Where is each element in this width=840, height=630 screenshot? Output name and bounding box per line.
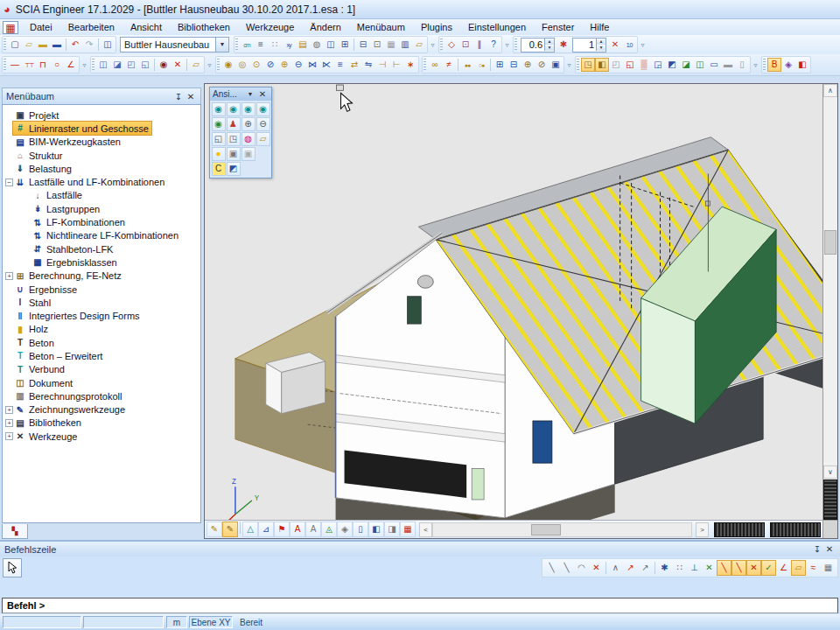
cut-red-icon[interactable]: ✕ [608, 38, 622, 52]
render-bw-icon[interactable]: B [767, 58, 781, 72]
snap-arc-center-icon[interactable]: ◠ [574, 560, 589, 576]
menu-werkzeuge[interactable]: Werkzeuge [238, 20, 302, 34]
dimension-style-a-icon[interactable]: A [290, 522, 305, 537]
view-front-icon[interactable]: ◉ [227, 102, 241, 116]
snap-midpoint-icon[interactable]: ╲ [559, 560, 574, 576]
intersect-icon[interactable]: ∗ [403, 58, 417, 72]
tree-expander[interactable] [5, 138, 13, 146]
close-viewport-icon[interactable]: ◫ [101, 38, 115, 52]
spinner-down-icon[interactable]: ▼ [597, 45, 606, 51]
precision-icon[interactable]: 1.0 [622, 38, 636, 52]
toolbar-overflow-icon[interactable]: ▿ [80, 61, 88, 69]
mirror-icon[interactable]: ⇋ [361, 58, 375, 72]
tree-item-verbund[interactable]: T Verbund [3, 363, 200, 376]
menu-datei[interactable]: Datei [22, 20, 60, 34]
multicopy-icon[interactable]: ◪ [110, 58, 124, 72]
print-picture-icon[interactable]: ▣ [227, 147, 241, 161]
menu-ansicht[interactable]: Ansicht [122, 20, 170, 34]
count-spinner[interactable]: 1 ▲▼ [572, 38, 606, 52]
group-icon[interactable]: ▣ [549, 58, 563, 72]
tree-expander[interactable] [5, 339, 13, 346]
scroll-left-icon[interactable]: < [419, 522, 432, 537]
unbind-pair-icon[interactable]: ≠ [442, 58, 456, 72]
tree-expander[interactable] [5, 285, 13, 293]
copy-attributes-icon[interactable]: ⊕ [521, 58, 535, 72]
menu-fenster[interactable]: Fenster [534, 20, 582, 34]
snap-cross-icon[interactable]: ✕ [746, 560, 761, 576]
transparent-icon[interactable]: ▒ [637, 58, 651, 72]
view-top-icon[interactable]: ◉ [212, 102, 226, 116]
tree-expander[interactable] [5, 151, 13, 159]
chevron-down-icon[interactable]: ▼ [244, 91, 256, 97]
tree-item-ergebnisse[interactable]: ∪ Ergebnisse [3, 283, 200, 296]
open-project-icon[interactable]: ▱ [22, 38, 36, 52]
dot-grid-icon[interactable]: ∷ [672, 560, 687, 576]
snap-curve-icon[interactable]: ≈ [806, 560, 821, 576]
axonometry-icon[interactable]: ◫ [693, 58, 707, 72]
clipboard-icon[interactable]: ▤ [296, 38, 310, 52]
scale-spinner[interactable]: 0.6 ▲▼ [521, 38, 555, 52]
cursor-snap-icon[interactable]: ✱ [657, 560, 672, 576]
close-icon[interactable]: ✕ [185, 92, 197, 102]
tree-expander[interactable] [5, 326, 13, 333]
move-node-icon[interactable]: ◉ [221, 58, 235, 72]
zoom-wheel-control[interactable] [770, 522, 821, 537]
tree-item-lastfaelle-und-lf-kombinationen[interactable]: − ⇊ Lastfälle und LF-Kombinationen [3, 175, 200, 188]
clip-box-icon[interactable]: ▭ [707, 58, 721, 72]
connection-view-icon[interactable]: ◈ [337, 522, 353, 537]
tree-item-beton-erweitert[interactable]: T Beton – Erweitert [3, 349, 200, 362]
render-edges-icon[interactable]: ◲ [651, 58, 665, 72]
view-side-icon[interactable]: ◉ [242, 102, 256, 116]
tree-item-ergebnisklassen[interactable]: ▦ Ergebnisklassen [3, 256, 200, 269]
window-cascade-icon[interactable]: ⊞ [338, 38, 352, 52]
close-icon[interactable]: ✕ [823, 544, 836, 554]
display-params-active-icon[interactable]: ✎ [222, 522, 238, 537]
vertical-scroll-thumb[interactable] [824, 230, 836, 255]
display-params-icon[interactable]: ✎ [206, 522, 222, 537]
save-icon[interactable]: ▬ [50, 38, 64, 52]
zoom-out-icon[interactable]: ⊖ [256, 117, 270, 131]
render-window-icon[interactable]: ◩ [227, 162, 241, 176]
tree-item-beton[interactable]: T Beton [3, 336, 200, 349]
align-icon[interactable]: ≡ [333, 58, 347, 72]
insert-node-icon[interactable]: ⊕ [277, 58, 291, 72]
xy-table-icon[interactable]: xy [282, 38, 296, 52]
connect-members-icon[interactable]: ⋈ [305, 58, 319, 72]
local-axes-icon[interactable]: △ [242, 522, 258, 537]
tree-item-berechnung-fe-netz[interactable]: + ⊞ Berechnung, FE-Netz [3, 270, 200, 283]
project-selector[interactable]: Buttler Hausneubau ▼ [120, 37, 229, 52]
selection-arrow-button[interactable] [3, 558, 22, 578]
tree-item-stahlbeton-lfk[interactable]: ⇵ Stahlbeton-LFK [3, 242, 200, 256]
tree-expander[interactable] [23, 232, 31, 240]
menu-menuebaum[interactable]: Menübaum [349, 20, 413, 34]
toolbar-overflow-icon[interactable]: ▿ [565, 61, 573, 69]
tree-expander[interactable] [5, 312, 13, 320]
hidden-lines-icon[interactable]: ◰ [609, 58, 623, 72]
menu-bibliotheken[interactable]: Bibliotheken [170, 20, 238, 34]
document-icon[interactable]: ▥ [398, 38, 412, 52]
unlink-nodes-icon[interactable]: ○● [474, 58, 488, 72]
zoom-all-icon[interactable]: ◳ [227, 132, 241, 146]
solid-icon[interactable]: ◱ [623, 58, 637, 72]
calculator-icon[interactable]: ▦ [384, 38, 398, 52]
units-icon[interactable]: cm [240, 38, 254, 52]
dimension-query-icon[interactable]: ? [486, 38, 500, 52]
zoom-window-icon[interactable]: ◱ [212, 132, 226, 146]
pin-icon[interactable]: ↧ [811, 544, 823, 554]
rotate-icon[interactable]: ◱ [138, 58, 152, 72]
tree-item-bibliotheken[interactable]: + ▤ Bibliotheken [3, 416, 200, 430]
move-icon[interactable]: ◰ [124, 58, 138, 72]
tree-item-belastung[interactable]: ⇓ Belastung [3, 162, 200, 175]
circle-icon[interactable]: ○ [50, 58, 64, 72]
raster-icon[interactable]: ▦ [400, 522, 416, 537]
copy-node-icon[interactable]: ◎ [235, 58, 249, 72]
tree-item-werkzeuge[interactable]: + ✕ Werkzeuge [3, 430, 200, 443]
undo-icon[interactable]: ↶ [68, 38, 82, 52]
tree-expander[interactable] [5, 298, 13, 306]
tree-expander[interactable] [5, 111, 13, 119]
snap-calculator-icon[interactable]: ▦ [821, 560, 836, 576]
split-beam-icon[interactable]: ⊘ [263, 58, 277, 72]
snap-angle-icon[interactable]: ∠ [776, 560, 791, 576]
pan-wheel-control[interactable] [714, 522, 765, 537]
spinner-up-icon[interactable]: ▲ [545, 38, 554, 45]
